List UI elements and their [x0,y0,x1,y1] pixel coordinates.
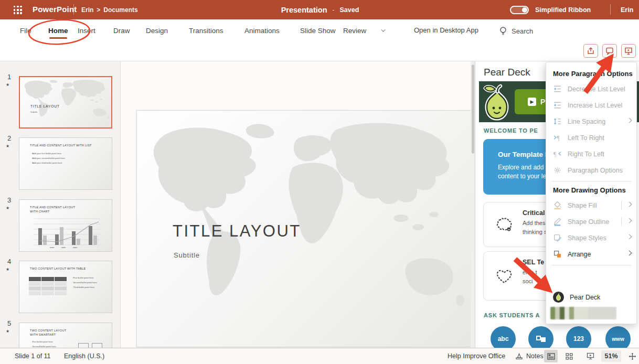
tab-home[interactable]: Home [48,19,68,41]
animation-star-icon: ★ [6,144,9,148]
submenu-chevron-icon [627,118,632,123]
simplified-ribbon-label: Simplified Ribbon [535,6,591,14]
menu-item-pear-deck[interactable]: Pear Deck [546,289,636,305]
thumb-title: TITLE LAYOUT [30,104,60,108]
present-button[interactable] [621,44,636,58]
welcome-heading: WELCOME TO PE [484,127,538,134]
app-name: PowerPoint [33,5,77,14]
help-improve-office-link[interactable]: Help Improve Office [448,352,505,360]
choice-icon [536,335,546,342]
more-tabs-chevron-icon[interactable] [381,27,385,31]
account-name[interactable]: Erin [621,6,633,14]
thumb-table [29,277,67,295]
ask-students-heading: ASK STUDENTS A [484,312,540,318]
split-divider [621,217,622,226]
normal-view-button[interactable] [544,350,558,362]
slide-count-status: Slide 1 of 11 [15,352,51,360]
simplified-ribbon-toggle[interactable] [510,6,529,14]
response-type-text-button[interactable]: abc [491,326,516,348]
search-button[interactable]: Search [499,26,533,36]
slide-title-text[interactable]: TITLE LAYOUT [173,222,301,241]
divider [73,4,74,15]
document-title[interactable]: Presentation [281,6,327,14]
tab-review[interactable]: Review [343,19,366,41]
more-options-dropdown-menu: More Paragraph Options Decrease List Lev… [546,62,637,324]
slide-thumbnail-5[interactable]: TWO CONTENT LAYOUT WITH SMARTART · First… [19,323,112,348]
response-type-choice-button[interactable] [528,326,553,348]
menu-item-arrange[interactable]: Arrange [546,246,636,262]
share-button[interactable] [583,44,598,58]
submenu-chevron-icon [627,218,632,223]
play-icon: ▶ [528,98,536,106]
fit-to-window-button[interactable] [625,350,639,362]
slideshow-view-button[interactable] [583,350,597,362]
tab-slide-show[interactable]: Slide Show [300,19,336,41]
redacted-menu-item [550,307,616,319]
thumb-bullets: · First bullet point here · Second bulle… [72,276,97,290]
animation-star-icon: ★ [6,267,9,272]
divider [610,4,611,15]
slide-item-2: 2 ★ TITLE AND CONTENT LAYOUT WITH LIST ·… [0,134,121,188]
tab-design[interactable]: Design [146,19,168,41]
notes-toggle[interactable]: Notes [515,352,544,360]
vertical-scrollbar[interactable] [471,61,475,348]
paragraph-options-header: More Paragraph Options [546,68,636,81]
right-to-left-icon: ¶ [553,149,562,158]
menu-divider [551,265,631,265]
thumb-title: TITLE AND CONTENT LAYOUT WITH LIST [30,144,92,147]
tab-insert[interactable]: Insert [78,19,95,41]
comment-icon [605,47,614,55]
123-label: 123 [573,335,584,342]
slide-thumbnail-4[interactable]: TWO CONTENT LAYOUT WITH TABLE · First bu… [19,261,112,313]
pear-deck-mascot-icon [482,83,512,121]
simplified-ribbon-toolbar [0,41,639,61]
response-type-number-button[interactable]: 123 [566,326,591,348]
thumb-bullets: · Add your first bullet point here · Add… [31,152,65,165]
submenu-chevron-icon [627,202,632,207]
svg-text:¶: ¶ [553,151,557,158]
response-type-website-button[interactable]: www [605,326,631,348]
slide-number: 5 [7,319,11,327]
slide-thumbnail-2[interactable]: TITLE AND CONTENT LAYOUT WITH LIST · Add… [19,137,112,190]
fit-slide-icon [629,352,636,360]
animation-star-icon: ★ [6,82,9,87]
slide-subtitle-text[interactable]: Subtitle [174,251,200,259]
thumb-title: TWO CONTENT LAYOUT WITH TABLE [30,267,86,270]
tab-transitions[interactable]: Transitions [189,19,223,41]
app-launcher-icon[interactable] [14,6,22,14]
gear-icon [553,166,562,175]
pear-deck-panel-title: Pear Deck [484,67,530,78]
submenu-chevron-icon [627,251,632,256]
title-status-separator: - [333,6,335,14]
menu-item-shape-outline: Shape Outline [546,213,636,230]
comments-button[interactable] [602,44,617,58]
tab-file[interactable]: File [20,19,31,41]
search-label: Search [512,27,533,35]
menu-item-paragraph-options: Paragraph Options [546,162,636,178]
shape-fill-icon [553,201,562,210]
grid-view-icon [566,353,573,360]
save-status: Saved [340,6,359,14]
breadcrumb-separator: > [97,6,100,14]
heart-icon [495,267,513,285]
scrollbar-thumb[interactable] [472,65,474,154]
breadcrumb-folder[interactable]: Documents [103,6,137,14]
open-in-desktop-button[interactable]: Open in Desktop App [414,26,478,34]
zoom-level-button[interactable]: 51% [601,350,621,362]
breadcrumb-user[interactable]: Erin [81,6,93,14]
language-status[interactable]: English (U.S.) [64,352,104,360]
slide-thumbnail-1[interactable]: TITLE LAYOUT Subtitle [19,76,112,129]
world-map-graphic [20,77,111,127]
menu-item-increase-list-level: Increase List Level [546,97,636,113]
slide-thumbnail-3[interactable]: TITLE AND CONTENT LAYOUT WITH CHART [19,199,112,252]
card-title: SEL Te [523,259,544,266]
slide-sorter-view-button[interactable] [562,350,576,362]
card-text: soci [523,278,533,284]
slide-editor[interactable]: TITLE LAYOUT Subtitle [136,110,472,347]
tab-draw[interactable]: Draw [113,19,130,41]
slideshow-icon [587,352,594,360]
menu-item-left-to-right: ¶ Left To Right [546,130,636,146]
thumb-title: TWO CONTENT LAYOUT WITH SMARTART [30,329,66,337]
breadcrumb[interactable]: Erin>Documents [80,6,140,14]
tab-animations[interactable]: Animations [244,19,280,41]
